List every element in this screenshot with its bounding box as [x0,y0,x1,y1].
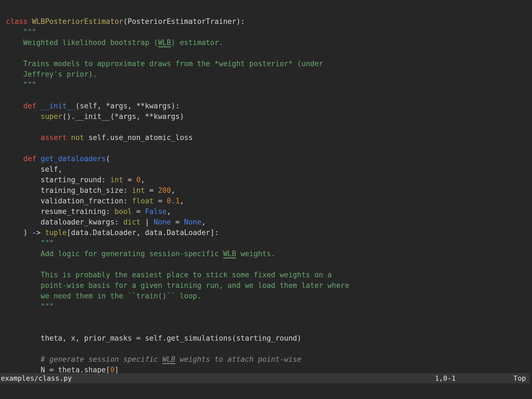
code-line [6,90,532,101]
code-line: """ [6,79,532,90]
code-line [6,259,532,270]
code-line: super().__init__(*args, **kwargs) [6,111,532,122]
code-line: dataloader_kwargs: dict | None = None, [6,217,532,227]
code-line: class WLBPosteriorEstimator(PosteriorEst… [6,16,532,27]
code-line: starting_round: int = 0, [6,174,532,185]
code-line: def get_dataloaders( [6,153,532,164]
code-line: validation_fraction: float = 0.1, [6,196,532,206]
code-line: self, [6,164,532,174]
code-line: assert not self.use_non_atomic_loss [6,132,532,143]
code-line: resume_training: bool = False, [6,206,532,217]
code-line [6,343,532,354]
status-bar: examples/class.py 1,0-1 Top [0,373,530,383]
status-cursor-position: 1,0-1 [435,373,456,383]
code-area[interactable]: class WLBPosteriorEstimator(PosteriorEst… [6,6,532,373]
code-line [6,312,532,322]
status-scroll-indicator: Top [513,373,526,383]
command-line [0,383,532,399]
code-line [6,322,532,333]
code-line: """ [6,27,532,37]
code-line: ) -> tuple[data.DataLoader, data.DataLoa… [6,227,532,238]
code-line [6,143,532,153]
code-line: This is probably the easiest place to st… [6,270,532,280]
code-line [6,122,532,132]
code-line: Weighted likelihood bootstrap (WLB) esti… [6,37,532,48]
code-line: we need them in the ``train()`` loop. [6,291,532,301]
code-line: N = theta.shape[0] [6,365,532,373]
code-line [6,6,532,16]
code-line: """ [6,301,532,312]
code-line: point-wise basis for a given training ru… [6,280,532,291]
code-line: theta, x, prior_masks = self.get_simulat… [6,333,532,343]
code-line: Trains models to approximate draws from … [6,58,532,69]
code-line: Add logic for generating session-specifi… [6,248,532,259]
code-line: training_batch_size: int = 200, [6,185,532,196]
code-line: # generate session specific WLB weights … [6,354,532,365]
code-line [6,48,532,58]
status-filename: examples/class.py [1,373,72,383]
code-line: def __init__(self, *args, **kwargs): [6,101,532,111]
code-line: Jeffrey's prior). [6,69,532,79]
code-line: """ [6,238,532,248]
vim-editor-window: class WLBPosteriorEstimator(PosteriorEst… [0,0,532,399]
